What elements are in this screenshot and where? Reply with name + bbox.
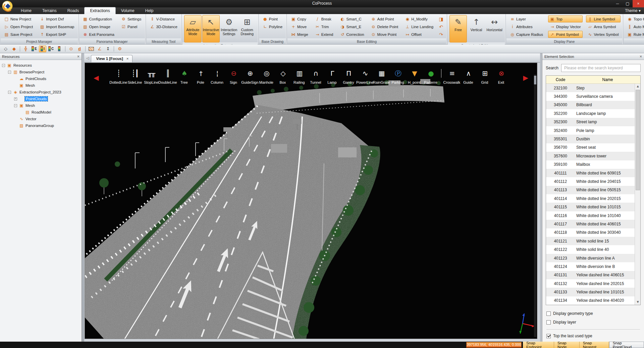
viewport-scrollbar[interactable] [534, 74, 536, 337]
ribbon-button[interactable]: ⊕Add Point [369, 15, 400, 22]
element-row[interactable]: 401121 White solid line 15 [546, 237, 635, 245]
ribbon-button[interactable]: ⊖Delete Point [369, 23, 400, 30]
theme-selector[interactable]: Theme ▾ [625, 8, 641, 13]
angle-measure-icon[interactable]: ∠ [96, 46, 103, 52]
ribbon-button[interactable]: ⊥Line Landing [403, 23, 435, 30]
ribbon-button[interactable]: ◉H_Modify [403, 15, 435, 22]
ribbon-big-button[interactable]: ⚙Interaction Settings [220, 15, 238, 43]
scroll-up-icon[interactable]: ▲ [635, 84, 641, 89]
ribbon-button[interactable]: ◑Smart_E [338, 23, 366, 30]
scroll-right-icon[interactable]: ▶ [523, 74, 528, 82]
app-logo-icon[interactable] [2, 1, 13, 11]
ribbon-button[interactable]: ⊗Exit Panorama [81, 31, 116, 38]
ribbon-button[interactable]: ↕V-Distance [148, 15, 179, 22]
ribbon-big-button[interactable]: ✎Free [449, 15, 467, 43]
extraction-tool[interactable]: ∧ Guide [460, 69, 476, 84]
ribbon-big-button[interactable]: ↔Horizontal [486, 15, 503, 43]
extraction-tool[interactable]: ▼ H_point [406, 69, 422, 84]
ribbon-button[interactable]: ⊙Move Point [369, 31, 400, 38]
close-panel-icon[interactable]: × [77, 54, 79, 59]
extraction-tool[interactable]: ⊗ Exit [493, 69, 509, 84]
menu-tab[interactable]: Extractions [84, 7, 115, 14]
ribbon-button[interactable]: ◉Topo Check [626, 15, 644, 22]
ribbon-button[interactable]: ▣Rule Manager [626, 31, 644, 38]
scroll-down-icon[interactable]: ▼ [635, 299, 641, 305]
ribbon-button[interactable]: ∠3D-Distance [148, 23, 179, 30]
locate-pin-icon[interactable]: ⊙ [67, 46, 75, 52]
ribbon-button[interactable]: +Move [289, 23, 310, 30]
extraction-tool[interactable]: ♠ Tree [176, 69, 192, 84]
search-input[interactable] [561, 64, 641, 72]
extraction-tool[interactable]: ⊖ Sign [225, 69, 241, 84]
element-row[interactable]: 357600 Microwave tower [546, 152, 635, 160]
ribbon-button[interactable]: □New Project [2, 15, 35, 22]
ribbon-button[interactable]: iAttributes [508, 23, 545, 30]
element-row[interactable]: 401118 White dotted line 303040 [546, 228, 635, 237]
tree-item-pointclouds-selected[interactable]: +PointClouds [0, 95, 82, 102]
ribbon-button[interactable]: →Display Vector [548, 23, 583, 30]
display-option-checkbox[interactable]: Display layer [546, 318, 640, 327]
maximize-button[interactable]: ▢ [623, 0, 633, 7]
element-row[interactable]: 355301 Dustbin [546, 135, 635, 143]
extraction-tool[interactable]: ◎ Manhole [258, 69, 274, 84]
distance-measure-icon[interactable]: d [76, 46, 83, 52]
extraction-tool[interactable]: † Pole [192, 69, 209, 84]
extraction-tool[interactable] [439, 69, 443, 84]
element-row[interactable]: 401122 White solid line 40 [546, 245, 635, 254]
ribbon-button[interactable]: ◐Smart_C [338, 15, 366, 22]
close-tab-icon[interactable]: × [126, 57, 129, 61]
ribbon-button[interactable]: ▨Import Basemap [38, 23, 76, 30]
ribbon-button[interactable]: ▣Copy [289, 15, 310, 22]
ribbon-button[interactable]: →Extend [313, 31, 335, 38]
checkbox[interactable] [546, 320, 551, 325]
checkbox[interactable] [546, 334, 551, 338]
extraction-tool[interactable]: Ⓟ Parking [389, 69, 406, 84]
extraction-tool[interactable]: ∩ Tunnel [307, 69, 324, 84]
menu-tab[interactable]: Terrains [37, 7, 62, 14]
extraction-tool[interactable]: ╥╥ StopLine [143, 69, 159, 84]
ribbon-button[interactable]: /Break [313, 15, 335, 22]
extraction-tool[interactable]: ┊ DottedLine [110, 69, 126, 84]
scroll-left-icon[interactable]: ◀ [94, 74, 99, 82]
extraction-tool[interactable]: Π Gantry [340, 69, 357, 84]
element-row[interactable]: 401124 White diversion line B [546, 262, 635, 271]
element-row[interactable]: 352200 Landscape lamp [546, 109, 635, 118]
extraction-tool[interactable]: ┊┃ SideLine [126, 69, 143, 84]
element-row[interactable]: 344300 Surveillance camera [546, 92, 635, 100]
ribbon-big-button[interactable]: ▱Attribute Mode [184, 15, 202, 43]
flip-vertical-icon[interactable]: ↕ [104, 46, 112, 52]
solid-cube-icon[interactable]: ◆ [10, 46, 18, 52]
view-tab[interactable]: View 1 [Focus] × [91, 55, 132, 62]
element-row[interactable]: 352300 Street lamp [546, 118, 635, 126]
ribbon-big-button[interactable]: ⊞Custom Drawing [238, 15, 256, 43]
tree-item-mesh2[interactable]: −▣Mesh [0, 102, 82, 109]
ribbon-button[interactable]: ∿Vertex Symbol [586, 31, 621, 38]
ribbon-button[interactable]: ✂Trim [313, 23, 335, 30]
close-panel-icon[interactable]: × [640, 54, 642, 59]
ribbon-button[interactable]: ☑Panel [119, 23, 143, 30]
minimize-button[interactable]: ─ [612, 0, 623, 7]
tree-item-vector[interactable]: ∿Vector [0, 116, 82, 122]
snap-toggle-button[interactable]: Snap Endpoint [523, 342, 554, 348]
element-row[interactable]: 401134 Yellow dashed line 404020 [546, 296, 635, 305]
ribbon-big-button[interactable]: ↖Interactive Mode [202, 15, 220, 43]
tab-nav-back-icon[interactable]: ◁ [86, 56, 89, 60]
collapse-icon[interactable]: − [14, 104, 17, 107]
element-row[interactable]: 401115 White dotted line 101015 [546, 203, 635, 211]
ribbon-button[interactable]: ∥Line Symbol [586, 15, 621, 22]
ribbon-button[interactable]: ▷Open Project [2, 23, 35, 30]
edit-tool-icon[interactable]: ◨ [438, 16, 444, 22]
display-option-checkbox[interactable]: Top the last used type [546, 332, 640, 340]
element-row[interactable]: 401111 White dotted line 609015 [546, 169, 635, 177]
element-row[interactable]: 401116 White dotted line 101040 [546, 211, 635, 220]
elevation-colormap-button[interactable]: E [31, 46, 38, 52]
scrollbar-thumb[interactable] [534, 76, 536, 84]
element-row[interactable]: 359100 Mailbox [546, 160, 635, 169]
element-row[interactable]: 401112 White dotted line 204015 [546, 177, 635, 186]
element-row[interactable]: 345000 Billboard [546, 101, 635, 109]
element-row[interactable]: 232100 Step [546, 84, 635, 92]
ribbon-button[interactable]: ∟Polyline [261, 23, 284, 30]
menu-tab[interactable]: Volume [116, 7, 140, 14]
ribbon-button[interactable]: ↺Correction [338, 31, 366, 38]
collapse-icon[interactable]: − [8, 71, 11, 74]
